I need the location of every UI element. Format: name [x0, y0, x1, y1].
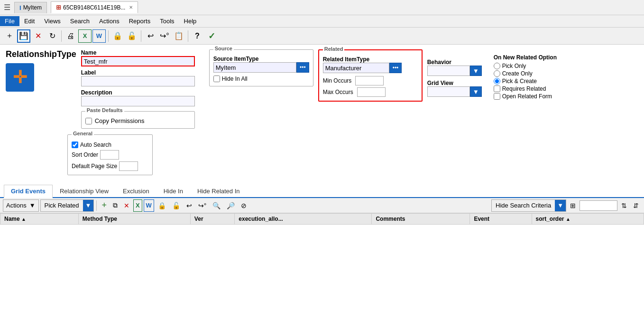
- grid-lock-button[interactable]: 🔒: [156, 199, 168, 212]
- tab-grid-events[interactable]: Grid Events: [4, 185, 53, 198]
- tab-hide-related-in[interactable]: Hide Related In: [190, 185, 247, 197]
- requires-related-checkbox[interactable]: [494, 85, 500, 92]
- undo-button[interactable]: ↩: [144, 29, 157, 43]
- menu-reports[interactable]: Reports: [124, 16, 156, 26]
- grid-search-input[interactable]: [580, 200, 617, 211]
- col-sort-order[interactable]: sort_order ▲: [532, 214, 644, 225]
- hide-search-criteria-button[interactable]: Hide Search Criteria ▼: [491, 199, 566, 212]
- min-occurs-input[interactable]: [355, 76, 384, 85]
- actions-dropdown-icon: ▼: [29, 202, 36, 209]
- accept-button[interactable]: ✓: [205, 29, 218, 43]
- col-name[interactable]: Name ▲: [0, 214, 79, 225]
- new-button[interactable]: ＋: [3, 29, 16, 43]
- related-item-type-label: Related ItemType: [323, 56, 418, 63]
- tab-exclusion[interactable]: Exclusion: [116, 185, 156, 197]
- grid-add-button[interactable]: +: [99, 199, 109, 212]
- label-input[interactable]: [81, 76, 195, 86]
- rt-icon-symbol: ✛: [13, 67, 27, 87]
- grid-view-input[interactable]: [427, 86, 470, 97]
- grid-redo-button[interactable]: ↪°: [196, 199, 209, 212]
- related-section: Related Related ItemType ••• Min Occurs: [318, 49, 423, 102]
- grid-excel-button[interactable]: X: [133, 199, 142, 212]
- grid-clear-filter-button[interactable]: ⊘: [239, 199, 249, 212]
- save-button[interactable]: 💾: [17, 29, 30, 43]
- source-item-type-picker-button[interactable]: •••: [296, 62, 309, 73]
- tabs-bar: Grid Events Relationship View Exclusion …: [0, 185, 644, 198]
- col-method-type-label: Method Type: [83, 216, 117, 222]
- behavior-group: Behavior ▼: [427, 59, 489, 76]
- tab-myitem[interactable]: I MyItem: [14, 2, 47, 13]
- max-occurs-input[interactable]: [357, 87, 386, 97]
- menu-help[interactable]: Help: [179, 16, 202, 26]
- copy-permissions-checkbox[interactable]: [85, 118, 92, 124]
- min-occurs-label: Min Occurs: [323, 77, 352, 84]
- tab-close-icon[interactable]: ✕: [129, 5, 133, 10]
- source-item-type-input[interactable]: [213, 62, 296, 73]
- max-occurs-label: Max Occurs: [323, 89, 353, 95]
- description-label: Description: [81, 89, 204, 96]
- copy-button[interactable]: 📋: [172, 29, 185, 43]
- excel-button[interactable]: X: [78, 29, 92, 43]
- copy-permissions-label: Copy Permissions: [95, 117, 145, 124]
- col-event[interactable]: Event: [470, 214, 532, 225]
- delete-button[interactable]: ✕: [31, 29, 45, 43]
- pick-related-button[interactable]: Pick Related ▼: [40, 199, 94, 212]
- sort-order-row: Sort Order: [72, 150, 148, 160]
- menu-file[interactable]: File: [0, 16, 19, 26]
- word-button[interactable]: W: [92, 29, 106, 43]
- pick-only-radio[interactable]: [494, 63, 500, 69]
- grid-sort-asc-button[interactable]: ⇅: [619, 199, 629, 212]
- grid-undo-button[interactable]: ↩: [184, 199, 194, 212]
- col-ver[interactable]: Ver: [190, 214, 234, 225]
- lock-button[interactable]: 🔒: [111, 29, 124, 43]
- source-legend: Source: [213, 46, 234, 51]
- menu-views[interactable]: Views: [39, 16, 65, 26]
- tab-relationship-view[interactable]: Relationship View: [53, 185, 116, 197]
- pick-create-radio[interactable]: [494, 78, 500, 85]
- description-input[interactable]: [81, 96, 195, 106]
- pick-only-label: Pick Only: [502, 63, 526, 69]
- auto-search-checkbox[interactable]: [72, 142, 78, 148]
- grid-copy-button[interactable]: ⧉: [110, 199, 120, 212]
- col-comments[interactable]: Comments: [372, 214, 470, 225]
- name-label: Name: [81, 49, 204, 56]
- guid-tab-label: 65CB9148C6114E19B...: [63, 4, 125, 11]
- tab-guid[interactable]: ⊞ 65CB9148C6114E19B... ✕: [51, 1, 138, 13]
- label-label: Label: [81, 69, 204, 76]
- help-button[interactable]: ?: [191, 29, 204, 43]
- unlock-button[interactable]: 🔓: [125, 29, 138, 43]
- create-only-radio[interactable]: [494, 70, 500, 77]
- open-related-form-checkbox[interactable]: [494, 93, 500, 100]
- sort-order-input[interactable]: [100, 150, 119, 160]
- actions-button[interactable]: Actions ▼: [3, 199, 39, 212]
- grid-delete-button[interactable]: ✕: [121, 199, 132, 212]
- menu-actions[interactable]: Actions: [94, 16, 124, 26]
- col-execution-allo[interactable]: execution_allo...: [235, 214, 372, 225]
- hamburger-menu[interactable]: ☰: [4, 3, 10, 12]
- behavior-input[interactable]: [427, 66, 470, 76]
- refresh-button[interactable]: ↻: [46, 29, 59, 43]
- grid-sort-desc-button[interactable]: ⇵: [631, 199, 641, 212]
- redo-button[interactable]: ↪°: [158, 29, 171, 43]
- grid-view-dropdown-button[interactable]: ▼: [470, 86, 482, 97]
- title-bar: ☰ I MyItem ⊞ 65CB9148C6114E19B... ✕: [0, 0, 644, 15]
- related-item-type-input[interactable]: [323, 63, 389, 73]
- default-page-size-input[interactable]: [119, 161, 138, 171]
- menu-tools[interactable]: Tools: [155, 16, 179, 26]
- grid-word-button[interactable]: W: [144, 199, 154, 212]
- menu-search[interactable]: Search: [65, 16, 94, 26]
- tab-hide-in[interactable]: Hide In: [156, 185, 190, 197]
- requires-related-label: Requires Related: [502, 85, 546, 92]
- col-method-type[interactable]: Method Type: [78, 214, 190, 225]
- menu-edit[interactable]: Edit: [19, 16, 39, 26]
- print-button[interactable]: 🖨: [64, 29, 77, 43]
- grid-filter-button[interactable]: 🔎: [224, 199, 237, 212]
- behavior-dropdown-button[interactable]: ▼: [470, 66, 482, 76]
- grid-columns-button[interactable]: ⊞: [568, 199, 578, 212]
- myitem-tab-label: MyItem: [23, 4, 42, 11]
- related-item-type-picker-button[interactable]: •••: [389, 63, 402, 73]
- grid-unlock-button[interactable]: 🔓: [170, 199, 183, 212]
- grid-search-button[interactable]: 🔍: [210, 199, 223, 212]
- hide-in-all-checkbox[interactable]: [213, 76, 220, 82]
- name-input[interactable]: [81, 56, 195, 66]
